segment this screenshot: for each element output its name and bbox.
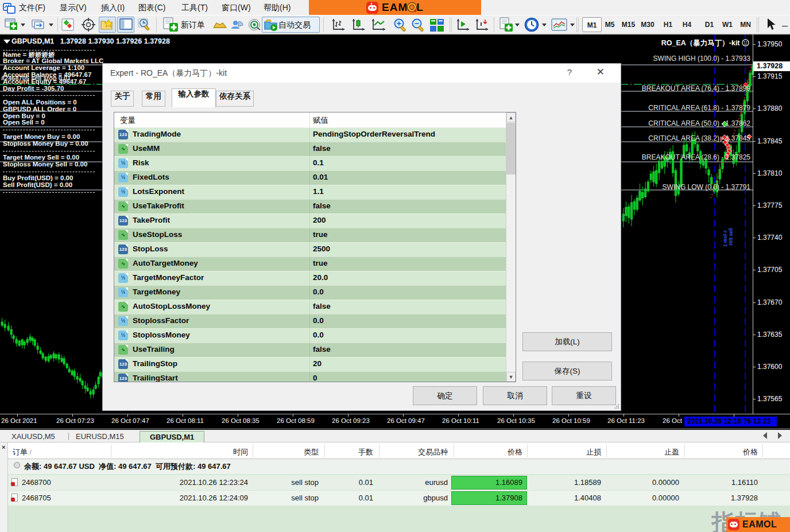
svg-text:#05 sell: #05 sell [728, 228, 734, 246]
svg-text:1 mol ♯: 1 mol ♯ [722, 230, 728, 247]
